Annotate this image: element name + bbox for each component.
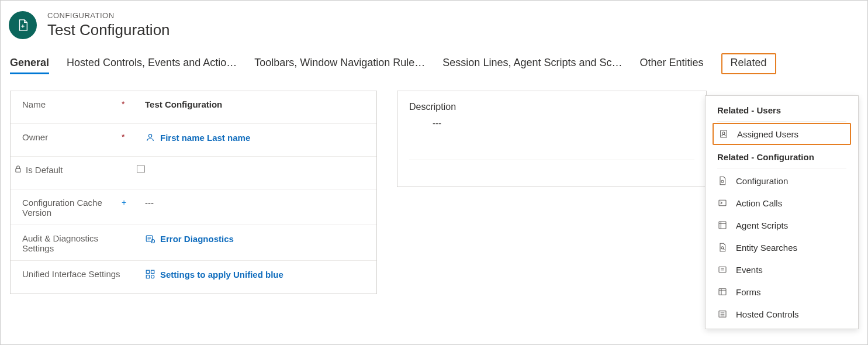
tab-general[interactable]: General [10, 57, 49, 74]
action-icon [717, 198, 728, 208]
owner-link[interactable]: First name Last name [160, 133, 250, 143]
forms-icon [717, 287, 728, 297]
related-users-header: Related - Users [706, 99, 858, 120]
audit-link[interactable]: Error Diagnostics [160, 234, 234, 244]
required-indicator: * [122, 98, 145, 109]
is-default-checkbox[interactable] [137, 165, 145, 173]
menu-label: Agent Scripts [736, 220, 788, 230]
svg-point-9 [722, 132, 725, 134]
field-name: Name * Test Configuration [11, 91, 376, 124]
description-value[interactable]: --- [397, 118, 706, 140]
field-label: Audit & Diagnostics Settings [22, 233, 122, 253]
menu-label: Forms [736, 287, 761, 297]
script-icon [717, 220, 728, 230]
cache-version-value[interactable]: --- [145, 198, 154, 208]
menu-label: Configuration [736, 176, 788, 186]
related-config-header: Related - Configuration [706, 146, 858, 167]
svg-rect-1 [16, 168, 20, 172]
divider [409, 160, 694, 160]
description-panel: Description --- [397, 91, 707, 187]
svg-point-0 [148, 134, 151, 137]
page-title: Test Configuration [47, 21, 170, 39]
events-icon [717, 264, 728, 275]
diagnostics-icon [145, 233, 155, 244]
field-cache-version: Configuration Cache Version + --- [11, 189, 376, 225]
menu-label: Hosted Controls [736, 309, 799, 319]
tab-other-entities[interactable]: Other Entities [640, 57, 704, 74]
field-label: Configuration Cache Version [22, 198, 122, 218]
page-header: CONFIGURATION Test Configuration [1, 1, 867, 45]
required-indicator [122, 268, 145, 269]
field-unified: Unified Interface Settings Settings to a… [11, 261, 376, 294]
menu-entity-searches[interactable]: Entity Searches [706, 236, 858, 258]
list-icon [717, 309, 728, 319]
field-label: Owner [22, 132, 48, 142]
svg-rect-6 [146, 275, 149, 278]
related-dropdown: Related - Users Assigned Users Related -… [705, 95, 859, 329]
tab-hosted-controls[interactable]: Hosted Controls, Events and Actio… [67, 57, 237, 74]
svg-rect-14 [719, 267, 726, 272]
menu-events[interactable]: Events [706, 258, 858, 281]
description-label: Description [397, 91, 706, 118]
svg-point-7 [151, 275, 154, 278]
svg-point-3 [151, 240, 155, 243]
menu-label: Events [736, 265, 763, 275]
tab-session-lines[interactable]: Session Lines, Agent Scripts and Sc… [442, 57, 622, 74]
menu-configuration[interactable]: Configuration [706, 170, 858, 192]
field-is-default: Is Default [11, 157, 376, 189]
menu-assigned-users[interactable]: Assigned Users [713, 123, 851, 145]
file-gear-icon [717, 175, 728, 186]
breadcrumb: CONFIGURATION [47, 11, 170, 20]
menu-label: Assigned Users [737, 129, 798, 139]
person-icon [145, 132, 155, 143]
settings-grid-icon [145, 269, 155, 280]
recommended-indicator: + [122, 196, 145, 207]
menu-label: Entity Searches [736, 243, 797, 253]
menu-action-calls[interactable]: Action Calls [706, 192, 858, 214]
menu-forms[interactable]: Forms [706, 281, 858, 303]
field-label: Is Default [26, 165, 63, 175]
field-owner: Owner * First name Last name [11, 124, 376, 157]
unified-link[interactable]: Settings to apply Unified blue [160, 270, 283, 280]
svg-point-10 [721, 180, 724, 182]
field-label: Name [22, 99, 46, 109]
required-indicator [122, 232, 145, 233]
required-indicator [113, 164, 137, 165]
name-value[interactable]: Test Configuration [145, 99, 222, 109]
svg-rect-15 [719, 289, 726, 295]
menu-agent-scripts[interactable]: Agent Scripts [706, 214, 858, 236]
field-label: Unified Interface Settings [22, 269, 120, 279]
lock-icon [14, 165, 22, 175]
divider [717, 168, 846, 168]
svg-rect-4 [146, 270, 149, 273]
menu-hosted-controls[interactable]: Hosted Controls [706, 303, 858, 325]
svg-rect-8 [721, 130, 727, 137]
tab-related[interactable]: Related [721, 53, 776, 74]
svg-rect-5 [151, 270, 154, 273]
tab-strip: General Hosted Controls, Events and Acti… [1, 45, 867, 74]
menu-label: Action Calls [736, 198, 782, 208]
field-audit: Audit & Diagnostics Settings Error Diagn… [11, 225, 376, 261]
search-file-icon [717, 242, 728, 253]
users-icon [718, 129, 729, 139]
divider [717, 121, 846, 122]
entity-icon [9, 11, 37, 39]
required-indicator: * [122, 131, 145, 142]
svg-rect-12 [719, 222, 726, 229]
tab-toolbars[interactable]: Toolbars, Window Navigation Rule… [254, 57, 425, 74]
fields-panel: Name * Test Configuration Owner * First … [10, 91, 377, 294]
